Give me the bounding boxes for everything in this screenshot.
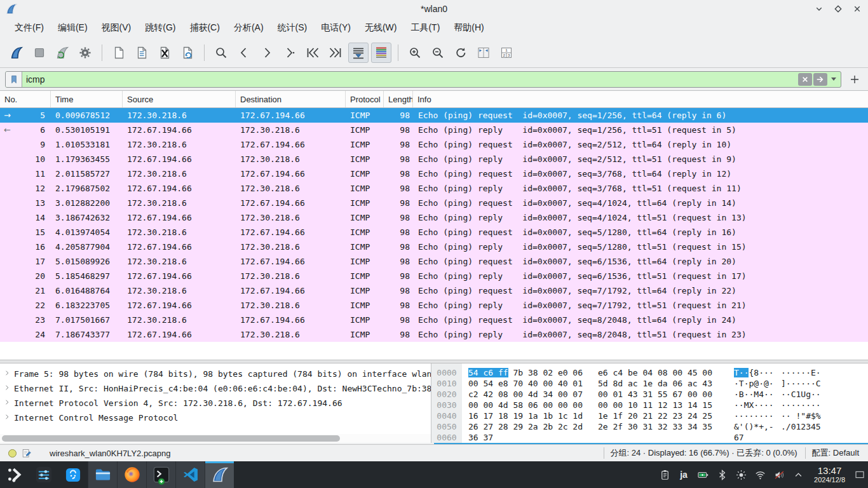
tray-battery[interactable] bbox=[693, 461, 712, 488]
filter-clear-icon[interactable] bbox=[798, 73, 812, 86]
minimize-button[interactable] bbox=[812, 2, 826, 16]
taskbar-terminal[interactable] bbox=[146, 461, 175, 488]
find-packet-button[interactable] bbox=[211, 43, 231, 63]
tray-brightness[interactable] bbox=[731, 461, 750, 488]
zoom-out-button[interactable] bbox=[428, 43, 448, 63]
packet-row-22[interactable]: 226.183223705172.67.194.66172.30.218.6IC… bbox=[0, 298, 868, 313]
scrollbar-thumb[interactable] bbox=[2, 435, 340, 442]
packet-row-15[interactable]: 154.013974054172.30.218.6172.67.194.66IC… bbox=[0, 225, 868, 240]
expand-chevron-icon[interactable] bbox=[0, 381, 14, 396]
column-header-source[interactable]: Source bbox=[123, 91, 236, 107]
menu-item-10[interactable]: 帮助(H) bbox=[447, 20, 491, 36]
expand-chevron-icon[interactable] bbox=[0, 367, 14, 381]
packet-row-9[interactable]: 91.010533181172.30.218.6172.67.194.66ICM… bbox=[0, 137, 868, 152]
taskbar-vscode[interactable] bbox=[175, 461, 205, 488]
capture-comment-icon[interactable] bbox=[19, 446, 33, 460]
layout-cells-button[interactable]: 123 bbox=[496, 43, 517, 63]
tray-bluetooth[interactable] bbox=[712, 461, 731, 488]
taskbar-app-launcher[interactable] bbox=[0, 461, 29, 488]
detail-row-0[interactable]: Frame 5: 98 bytes on wire (784 bits), 98… bbox=[0, 367, 431, 381]
hex-row-0000[interactable]: 000054 c6 ff 7b 38 02 e0 06e6 c4 be 04 0… bbox=[431, 367, 868, 378]
packet-details-pane[interactable]: Frame 5: 98 bytes on wire (784 bits), 98… bbox=[0, 363, 431, 443]
details-horizontal-scrollbar[interactable] bbox=[0, 434, 431, 443]
add-filter-button[interactable] bbox=[846, 71, 863, 88]
zoom-reset-button[interactable] bbox=[451, 43, 471, 63]
detail-row-1[interactable]: Ethernet II, Src: HonHaiPrecis_c4:be:04 … bbox=[0, 381, 431, 396]
menu-item-3[interactable]: 跳转(G) bbox=[138, 20, 182, 36]
column-header-time[interactable]: Time bbox=[51, 91, 123, 107]
tray-clipboard[interactable] bbox=[655, 461, 674, 488]
auto-scroll-button[interactable] bbox=[348, 43, 369, 63]
column-header-destination[interactable]: Destination bbox=[236, 91, 346, 107]
taskbar-file-manager[interactable] bbox=[88, 461, 117, 488]
column-header-length[interactable]: Length bbox=[384, 91, 413, 107]
menu-item-4[interactable]: 捕获(C) bbox=[182, 20, 226, 36]
expand-chevron-icon[interactable] bbox=[0, 410, 14, 425]
column-header-protocol[interactable]: Protocol bbox=[346, 91, 384, 107]
packet-row-13[interactable]: 133.012882200172.30.218.6172.67.194.66IC… bbox=[0, 196, 868, 210]
open-file-button[interactable] bbox=[132, 43, 152, 63]
hex-row-0030[interactable]: 003000 00 4d 58 06 00 00 0000 00 10 11 1… bbox=[431, 400, 868, 410]
hex-row-0040[interactable]: 004016 17 18 19 1a 1b 1c 1d1e 1f 20 21 2… bbox=[431, 410, 868, 421]
menu-item-5[interactable]: 分析(A) bbox=[227, 20, 271, 36]
packet-row-21[interactable]: 216.016488764172.30.218.6172.67.194.66IC… bbox=[0, 283, 868, 298]
column-header-no[interactable]: No. bbox=[0, 91, 51, 107]
tray-keyboard-layout[interactable]: ja bbox=[674, 461, 693, 488]
taskbar-system-settings[interactable] bbox=[29, 461, 58, 488]
taskbar-firefox[interactable] bbox=[117, 461, 146, 488]
menu-item-8[interactable]: 无线(W) bbox=[358, 20, 404, 36]
hex-row-0050[interactable]: 005026 27 28 29 2a 2b 2c 2d2e 2f 30 31 3… bbox=[431, 421, 868, 432]
close-file-button[interactable] bbox=[154, 43, 175, 63]
packet-row-12[interactable]: 122.179687502172.67.194.66172.30.218.6IC… bbox=[0, 181, 868, 196]
packet-row-14[interactable]: 143.186742632172.67.194.66172.30.218.6IC… bbox=[0, 210, 868, 225]
create-file-button[interactable] bbox=[109, 43, 129, 63]
packet-row-20[interactable]: 205.185468297172.67.194.66172.30.218.6IC… bbox=[0, 269, 868, 283]
close-icon[interactable] bbox=[850, 2, 864, 16]
reload-file-button[interactable] bbox=[177, 43, 198, 63]
packet-row-6[interactable]: ←60.530105191172.67.194.66172.30.218.6IC… bbox=[0, 123, 868, 137]
filter-apply-icon[interactable] bbox=[813, 73, 827, 86]
packet-row-24[interactable]: 247.186743377172.67.194.66172.30.218.6IC… bbox=[0, 327, 868, 342]
show-desktop-button[interactable] bbox=[851, 461, 868, 488]
colorize-packets-button[interactable] bbox=[371, 43, 391, 63]
menu-item-1[interactable]: 编辑(E) bbox=[51, 20, 95, 36]
zoom-in-button[interactable] bbox=[405, 43, 425, 63]
start-capture-button[interactable] bbox=[6, 43, 27, 63]
tray-volume-muted[interactable] bbox=[770, 461, 789, 488]
packet-row-11[interactable]: 112.011585727172.30.218.6172.67.194.66IC… bbox=[0, 166, 868, 181]
maximize-button[interactable] bbox=[831, 2, 845, 16]
detail-row-2[interactable]: Internet Protocol Version 4, Src: 172.30… bbox=[0, 396, 431, 410]
menu-item-6[interactable]: 统计(S) bbox=[271, 20, 315, 36]
menu-item-0[interactable]: 文件(F) bbox=[8, 20, 51, 36]
go-first-packet-button[interactable] bbox=[302, 43, 323, 63]
go-back-button[interactable] bbox=[234, 43, 254, 63]
expand-chevron-icon[interactable] bbox=[0, 396, 14, 410]
packet-row-23[interactable]: 237.017501667172.30.218.6172.67.194.66IC… bbox=[0, 313, 868, 327]
capture-options-button[interactable] bbox=[75, 43, 95, 63]
clock[interactable]: 13:47 2024/12/8 bbox=[808, 466, 851, 484]
tray-network-wifi[interactable] bbox=[750, 461, 770, 488]
resize-columns-button[interactable] bbox=[473, 43, 494, 63]
hex-row-0060[interactable]: 006036 3767 bbox=[431, 432, 868, 443]
taskbar-wireshark[interactable] bbox=[205, 461, 234, 488]
display-filter-input[interactable]: icmp bbox=[5, 71, 841, 88]
menu-item-7[interactable]: 电话(Y) bbox=[314, 20, 358, 36]
capture-filename[interactable]: wireshark_wlan0KH7LY2.pcapng bbox=[50, 449, 171, 458]
filter-dropdown-caret[interactable] bbox=[831, 78, 836, 81]
packet-row-17[interactable]: 175.015089926172.30.218.6172.67.194.66IC… bbox=[0, 254, 868, 269]
hex-row-0020[interactable]: 0020c2 42 08 00 4d 34 00 0700 01 43 31 5… bbox=[431, 389, 868, 400]
hex-row-0010[interactable]: 001000 54 e8 70 40 00 40 015d 8d ac 1e d… bbox=[431, 378, 868, 389]
filter-bookmark-icon[interactable] bbox=[6, 72, 22, 87]
expert-info-icon[interactable] bbox=[5, 446, 19, 460]
packet-row-16[interactable]: 164.205877904172.67.194.66172.30.218.6IC… bbox=[0, 240, 868, 254]
taskbar-discover[interactable] bbox=[58, 461, 88, 488]
detail-row-3[interactable]: Internet Control Message Protocol bbox=[0, 410, 431, 425]
profile-selector[interactable]: 配置: Default bbox=[812, 447, 868, 459]
filter-value[interactable]: icmp bbox=[22, 74, 798, 85]
menu-item-2[interactable]: 视图(V) bbox=[95, 20, 139, 36]
restart-capture-button[interactable] bbox=[52, 43, 72, 63]
tray-tray-expand[interactable] bbox=[789, 461, 808, 488]
go-forward-button[interactable] bbox=[257, 43, 277, 63]
stop-capture-button[interactable] bbox=[29, 43, 50, 63]
go-to-packet-button[interactable] bbox=[280, 43, 300, 63]
